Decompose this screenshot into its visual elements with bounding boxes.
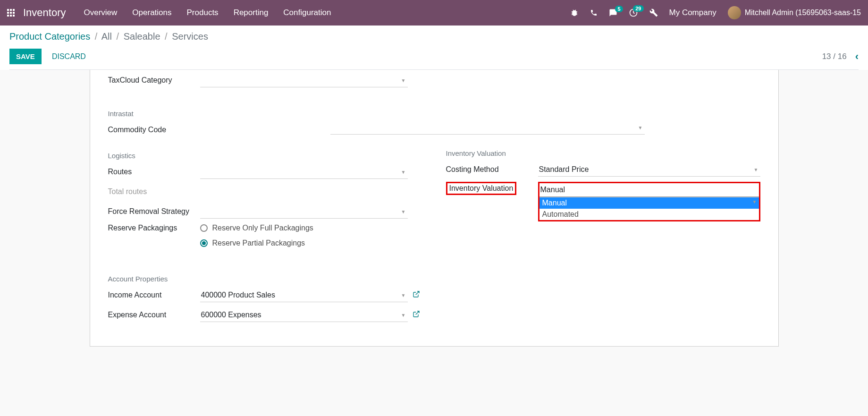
save-button[interactable]: SAVE bbox=[9, 49, 42, 64]
user-menu[interactable]: Mitchell Admin (15695063-saas-15 bbox=[728, 6, 861, 19]
commodity-label: Commodity Code bbox=[108, 126, 200, 134]
tools-icon[interactable] bbox=[649, 8, 658, 17]
avatar bbox=[728, 6, 741, 19]
intrastat-title: Intrastat bbox=[108, 110, 422, 118]
inventory-valuation-label: Inventory Valuation bbox=[446, 182, 517, 195]
nav-configuration[interactable]: Configuration bbox=[283, 8, 331, 17]
apps-icon[interactable] bbox=[7, 9, 15, 17]
activity-badge: 29 bbox=[633, 5, 643, 12]
inventory-valuation-select[interactable] bbox=[539, 183, 759, 197]
control-bar: Product Categories / All / Saleable / Se… bbox=[0, 25, 868, 70]
pager: 13 / 16 ‹ bbox=[822, 51, 859, 63]
reserve-partial-label: Reserve Partial Packagings bbox=[212, 239, 305, 247]
nav-menu: Overview Operations Products Reporting C… bbox=[84, 8, 570, 17]
option-manual[interactable]: Manual bbox=[539, 197, 759, 209]
breadcrumb: Product Categories / All / Saleable / Se… bbox=[9, 31, 859, 42]
chat-icon[interactable]: 5 bbox=[609, 8, 617, 17]
reserve-full-radio[interactable] bbox=[200, 224, 208, 232]
taxcloud-input[interactable] bbox=[200, 76, 408, 87]
force-removal-label: Force Removal Strategy bbox=[108, 207, 200, 216]
taxcloud-label: TaxCloud Category bbox=[108, 76, 200, 85]
option-automated[interactable]: Automated bbox=[539, 209, 759, 220]
company-label[interactable]: My Company bbox=[669, 8, 716, 17]
breadcrumb-root[interactable]: Product Categories bbox=[9, 31, 90, 42]
commodity-input[interactable] bbox=[330, 121, 645, 135]
routes-label: Routes bbox=[108, 168, 200, 176]
reserve-full-label: Reserve Only Full Packagings bbox=[212, 224, 313, 232]
expense-label: Expense Account bbox=[108, 311, 200, 319]
form-sheet: TaxCloud Category ▼ Intrastat Commodity … bbox=[90, 70, 779, 347]
nav-right: 5 29 My Company Mitchell Admin (15695063… bbox=[570, 6, 861, 19]
costing-label: Costing Method bbox=[446, 165, 538, 174]
total-routes-label: Total routes bbox=[108, 187, 200, 196]
reserve-label: Reserve Packagings bbox=[108, 224, 200, 232]
activity-icon[interactable]: 29 bbox=[629, 8, 638, 17]
nav-overview[interactable]: Overview bbox=[84, 8, 118, 17]
external-link-icon[interactable] bbox=[413, 290, 420, 300]
breadcrumb-services: Services bbox=[172, 31, 208, 42]
logistics-title: Logistics bbox=[108, 152, 422, 160]
phone-icon[interactable] bbox=[590, 9, 598, 17]
breadcrumb-saleable[interactable]: Saleable bbox=[124, 31, 160, 42]
income-label: Income Account bbox=[108, 291, 200, 299]
external-link-icon[interactable] bbox=[413, 310, 420, 320]
form-container: TaxCloud Category ▼ Intrastat Commodity … bbox=[0, 70, 868, 365]
valuation-title: Inventory Valuation bbox=[446, 149, 760, 157]
force-removal-input[interactable] bbox=[200, 205, 408, 219]
costing-input[interactable] bbox=[538, 163, 760, 177]
routes-input[interactable] bbox=[200, 165, 408, 179]
nav-reporting[interactable]: Reporting bbox=[234, 8, 269, 17]
nav-operations[interactable]: Operations bbox=[132, 8, 171, 17]
income-input[interactable] bbox=[200, 289, 408, 302]
app-brand[interactable]: Inventory bbox=[23, 7, 66, 19]
account-title: Account Properties bbox=[108, 275, 422, 283]
reserve-partial-radio[interactable] bbox=[200, 239, 208, 247]
user-label: Mitchell Admin (15695063-saas-15 bbox=[745, 8, 861, 17]
bug-icon[interactable] bbox=[570, 8, 579, 17]
nav-products[interactable]: Products bbox=[187, 8, 219, 17]
top-navbar: Inventory Overview Operations Products R… bbox=[0, 0, 868, 25]
pager-prev[interactable]: ‹ bbox=[855, 51, 859, 63]
expense-input[interactable] bbox=[200, 308, 408, 322]
breadcrumb-all[interactable]: All bbox=[101, 31, 112, 42]
inventory-valuation-dropdown: Manual Automated bbox=[539, 197, 759, 220]
discard-button[interactable]: DISCARD bbox=[47, 49, 91, 65]
chat-badge: 5 bbox=[615, 6, 623, 12]
